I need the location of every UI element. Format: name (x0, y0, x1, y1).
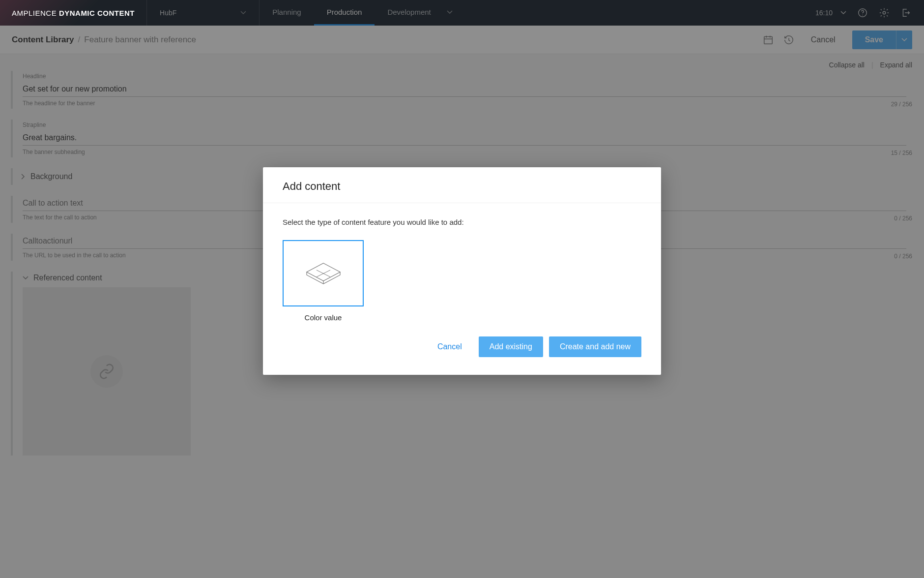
add-content-modal: Add content Select the type of content f… (263, 167, 661, 375)
modal-overlay[interactable]: Add content Select the type of content f… (0, 0, 924, 578)
brand-thin: AMPLIENCE (12, 9, 57, 17)
add-existing-button[interactable]: Add existing (479, 336, 543, 357)
modal-title: Add content (263, 167, 661, 203)
brand-logo: AMPLIENCE DYNAMIC CONTENT (0, 9, 146, 17)
modal-footer: Cancel Add existing Create and add new (263, 336, 661, 375)
modal-cancel-button[interactable]: Cancel (427, 336, 473, 357)
brand-bold: DYNAMIC CONTENT (59, 9, 135, 17)
create-and-add-new-button[interactable]: Create and add new (549, 336, 641, 357)
modal-body: Select the type of content feature you w… (263, 203, 661, 336)
content-type-label: Color value (283, 313, 364, 322)
content-type-thumbnail (283, 240, 364, 306)
content-type-color-value[interactable]: Color value (283, 240, 364, 322)
modal-instruction: Select the type of content feature you w… (283, 218, 641, 226)
tile-icon (303, 260, 344, 287)
content-type-grid: Color value (283, 240, 641, 322)
